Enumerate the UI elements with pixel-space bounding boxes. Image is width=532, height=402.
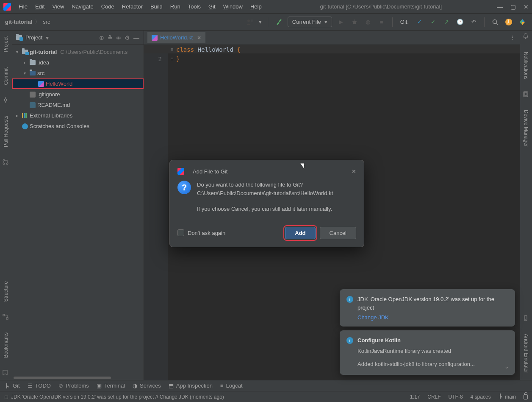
ide-play-icon[interactable]	[518, 17, 527, 27]
status-branch[interactable]: main	[499, 394, 516, 400]
lock-icon[interactable]	[524, 394, 528, 399]
bell-icon[interactable]	[523, 33, 529, 40]
maximize-icon[interactable]: ▢	[510, 3, 516, 10]
tw-services[interactable]: ◑Services	[133, 382, 161, 389]
tw-git[interactable]: Git	[5, 382, 20, 389]
menu-window[interactable]: Window	[220, 2, 246, 11]
tree-gitignore[interactable]: .gitignore	[12, 89, 144, 100]
svg-rect-25	[524, 92, 527, 95]
svg-point-17	[6, 163, 8, 165]
notification-body: KotlinJavaRuntime library was created	[357, 347, 508, 356]
strip-emulator[interactable]: Android Emulator	[522, 330, 530, 377]
run-config-selector[interactable]: Current File ▾	[288, 17, 332, 27]
breadcrumb-root[interactable]: git-tutorial	[5, 19, 32, 25]
tree-scratches[interactable]: Scratches and Consoles	[12, 121, 144, 131]
status-caret-pos[interactable]: 1:17	[410, 394, 420, 400]
gutter[interactable]: 1 2	[144, 45, 168, 380]
status-indent[interactable]: 4 spaces	[471, 394, 491, 400]
notification-title: JDK 'Oracle OpenJDK version 19.0.2' was …	[357, 295, 508, 312]
tw-app-inspection[interactable]: ⬒App Inspection	[169, 382, 213, 389]
add-button[interactable]: Add	[285, 227, 315, 239]
svg-marker-11	[522, 22, 525, 25]
menu-refactor[interactable]: Refactor	[119, 2, 146, 11]
tree-src[interactable]: ▾ src	[12, 68, 144, 78]
gear-icon[interactable]: ⚙	[125, 34, 130, 41]
stop-icon[interactable]: ■	[377, 17, 386, 27]
play-icon[interactable]: ▶	[336, 17, 346, 27]
hide-icon[interactable]: —	[133, 34, 139, 41]
change-jdk-link[interactable]: Change JDK	[357, 314, 389, 321]
debug-icon[interactable]	[350, 17, 359, 27]
project-tree[interactable]: ▾ git-tutorial C:\Users\Public\Documents…	[12, 45, 144, 376]
notification-kotlin[interactable]: i Configure Kotlin KotlinJavaRuntime lib…	[340, 330, 515, 375]
chevron-down-icon[interactable]: ▾	[46, 34, 49, 41]
strip-pull-requests[interactable]: Pull Requests	[2, 112, 10, 151]
svg-point-23	[525, 38, 526, 39]
tab-close-icon[interactable]: ✕	[197, 35, 201, 41]
branch-icon	[5, 383, 10, 388]
strip-bookmarks[interactable]: Bookmarks	[2, 329, 10, 361]
expand-all-icon[interactable]: ≚	[108, 34, 113, 41]
toolwindow-toggle-icon[interactable]: ◻	[4, 394, 8, 400]
menu-view[interactable]: View	[49, 2, 67, 11]
dont-ask-label[interactable]: Don't ask again	[188, 230, 225, 236]
dont-ask-checkbox[interactable]	[177, 229, 184, 236]
menu-run[interactable]: Run	[167, 2, 184, 11]
tree-readme[interactable]: README.md	[12, 100, 144, 110]
menu-code[interactable]: Code	[98, 2, 118, 11]
vcs-push-icon[interactable]: ↗	[442, 17, 451, 27]
tw-todo[interactable]: ☰TODO	[28, 382, 51, 389]
dialog-close-icon[interactable]: ✕	[352, 168, 356, 175]
horizontal-scrollbar[interactable]	[12, 376, 144, 380]
hammer-icon[interactable]	[274, 17, 283, 27]
sync-icon[interactable]	[504, 17, 513, 27]
tree-idea[interactable]: ▸ .idea	[12, 57, 144, 68]
chevron-down-icon[interactable]: ⌄	[504, 363, 509, 370]
tree-root[interactable]: ▾ git-tutorial C:\Users\Public\Documents	[12, 47, 144, 57]
tree-ext-libs[interactable]: ▸ External Libraries	[12, 110, 144, 121]
strip-structure[interactable]: Structure	[2, 278, 10, 305]
status-line-sep[interactable]: CRLF	[427, 394, 441, 400]
notification-jdk[interactable]: i JDK 'Oracle OpenJDK version 19.0.2' wa…	[340, 289, 515, 327]
user-add-icon[interactable]: +	[245, 17, 255, 27]
emulator-icon[interactable]	[523, 315, 529, 322]
cancel-button[interactable]: Cancel	[320, 227, 356, 239]
vcs-commit-icon[interactable]: ✓	[428, 17, 438, 27]
strip-device-manager[interactable]: Device Manager	[522, 106, 530, 150]
editor-tab-hello[interactable]: HelloWorld.kt ✕	[147, 32, 205, 43]
vcs-update-icon[interactable]: ✓	[415, 17, 424, 27]
select-opened-icon[interactable]: ⊕	[99, 34, 104, 41]
menu-file[interactable]: File	[15, 2, 31, 11]
device-icon[interactable]	[523, 91, 529, 98]
strip-notifications[interactable]: Notifications	[522, 48, 530, 83]
project-panel-title[interactable]: Project	[25, 34, 42, 41]
tw-problems[interactable]: ⊘Problems	[58, 382, 89, 389]
coverage-icon[interactable]: ◍	[363, 17, 373, 27]
fold-mark-icon[interactable]: ⊟	[171, 54, 173, 64]
tw-terminal[interactable]: ▣Terminal	[97, 382, 125, 389]
tab-more-icon[interactable]: ⋮	[510, 34, 515, 41]
strip-project[interactable]: Project	[2, 33, 10, 56]
breadcrumb[interactable]: git-tutorial 〉 src	[5, 18, 50, 26]
collapse-all-icon[interactable]: ⇹	[116, 34, 121, 41]
intellij-logo-icon	[3, 3, 11, 11]
minimize-icon[interactable]: —	[497, 3, 503, 10]
menu-git[interactable]: Git	[205, 2, 219, 11]
menu-tools[interactable]: Tools	[185, 2, 204, 11]
close-icon[interactable]: ✕	[524, 3, 529, 10]
vcs-revert-icon[interactable]: ↶	[469, 17, 478, 27]
menu-edit[interactable]: Edit	[32, 2, 48, 11]
status-encoding[interactable]: UTF-8	[449, 394, 463, 400]
vcs-history-icon[interactable]: 🕑	[455, 17, 465, 27]
search-icon[interactable]	[490, 17, 500, 27]
tree-hello-world[interactable]: HelloWorld	[12, 78, 144, 89]
tw-logcat[interactable]: ≡Logcat	[220, 382, 243, 389]
strip-commit[interactable]: Commit	[2, 64, 10, 88]
menu-navigate[interactable]: Navigate	[68, 2, 97, 11]
menu-help[interactable]: Help	[247, 2, 265, 11]
breadcrumb-child[interactable]: src	[43, 19, 50, 25]
fold-mark-icon[interactable]: ⊟	[171, 45, 173, 54]
commit-icon	[3, 97, 9, 104]
menu-build[interactable]: Build	[147, 2, 166, 11]
add-file-to-git-dialog: Add File to Git ✕ ? Do you want to add t…	[169, 160, 364, 247]
